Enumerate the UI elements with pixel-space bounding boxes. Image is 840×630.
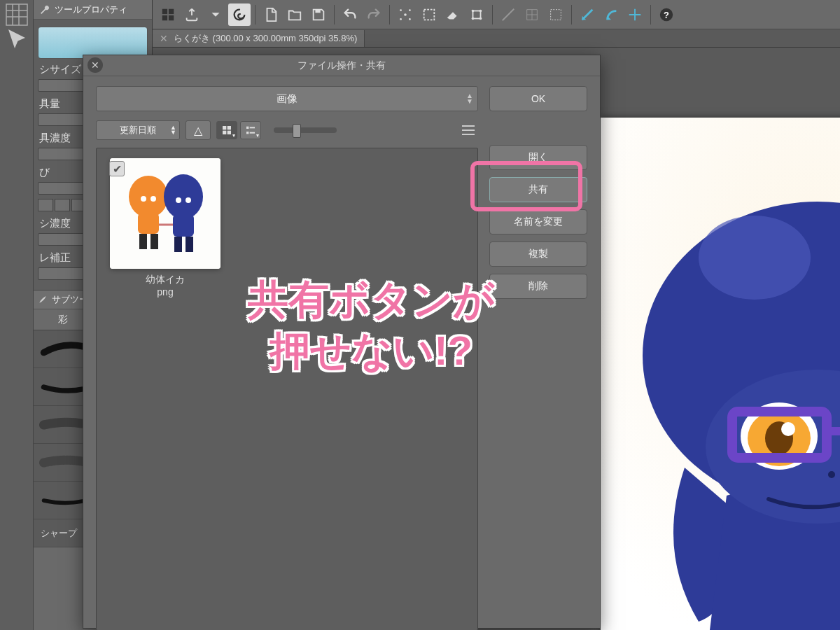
dialog-title: ファイル操作・共有 bbox=[298, 59, 386, 72]
dialog-left-panel: 画像 ▲▼ 更新日順▲▼ △ ▾ ▾ ✔ bbox=[96, 86, 478, 630]
svg-point-16 bbox=[479, 17, 482, 20]
svg-rect-1 bbox=[162, 8, 167, 13]
svg-point-13 bbox=[472, 9, 475, 12]
svg-point-9 bbox=[400, 18, 402, 20]
erase-icon[interactable] bbox=[442, 4, 464, 26]
svg-text:?: ? bbox=[664, 9, 669, 20]
list-view-button[interactable]: ▾ bbox=[240, 121, 261, 139]
svg-point-52 bbox=[186, 197, 191, 203]
file-thumbnail[interactable]: ✔ bbox=[106, 158, 224, 298]
share-button[interactable]: 共有 bbox=[489, 177, 587, 202]
export-icon[interactable] bbox=[181, 4, 203, 26]
svg-point-6 bbox=[404, 13, 407, 16]
svg-point-27 bbox=[781, 422, 795, 436]
svg-rect-30 bbox=[827, 427, 840, 435]
rename-button[interactable]: 名前を変更 bbox=[489, 209, 587, 234]
svg-point-41 bbox=[129, 176, 168, 218]
thumbnail-size-slider[interactable] bbox=[274, 127, 337, 133]
tool3-icon[interactable] bbox=[624, 4, 646, 26]
undo-icon[interactable] bbox=[339, 4, 361, 26]
dialog-titlebar: ✕ ファイル操作・共有 bbox=[83, 55, 600, 76]
svg-rect-42 bbox=[138, 213, 159, 234]
swatch[interactable] bbox=[55, 199, 70, 211]
svg-rect-3 bbox=[162, 15, 167, 20]
sort-direction-button[interactable]: △ bbox=[186, 120, 211, 140]
svg-rect-17 bbox=[551, 9, 561, 20]
snap-grid-icon[interactable] bbox=[521, 4, 543, 26]
top-toolbar: ? bbox=[153, 0, 840, 29]
checkmark-icon[interactable]: ✔ bbox=[109, 161, 125, 176]
svg-rect-38 bbox=[246, 132, 248, 134]
svg-rect-48 bbox=[173, 214, 194, 237]
thumbnail-image bbox=[110, 158, 220, 269]
ok-button[interactable]: OK bbox=[489, 86, 587, 111]
deselect-icon[interactable] bbox=[394, 4, 416, 26]
svg-rect-40 bbox=[110, 158, 220, 269]
svg-rect-39 bbox=[250, 132, 255, 134]
file-share-dialog: ✕ ファイル操作・共有 画像 ▲▼ 更新日順▲▼ △ ▾ ▾ ✔ bbox=[83, 55, 601, 629]
svg-rect-36 bbox=[246, 127, 248, 129]
sort-dropdown[interactable]: 更新日順▲▼ bbox=[96, 120, 180, 140]
select-all-icon[interactable] bbox=[418, 4, 440, 26]
duplicate-button[interactable]: 複製 bbox=[489, 241, 587, 267]
crop-icon[interactable] bbox=[465, 4, 488, 26]
grid-view-icon[interactable] bbox=[157, 4, 179, 26]
svg-point-46 bbox=[150, 196, 156, 202]
snap-special-icon[interactable] bbox=[545, 4, 567, 26]
svg-point-22 bbox=[699, 216, 811, 300]
svg-rect-33 bbox=[227, 126, 231, 130]
file-list-area[interactable]: ✔ bbox=[96, 148, 478, 630]
open-button[interactable]: 開く bbox=[489, 145, 587, 170]
document-tab-title: らくがき (300.00 x 300.00mm 350dpi 35.8%) bbox=[174, 32, 357, 45]
document-tab-bar: ✕ らくがき (300.00 x 300.00mm 350dpi 35.8%) bbox=[153, 29, 840, 48]
svg-rect-49 bbox=[174, 237, 182, 252]
cursor-icon[interactable] bbox=[4, 29, 29, 50]
document-tab[interactable]: ✕ らくがき (300.00 x 300.00mm 350dpi 35.8%) bbox=[153, 30, 365, 47]
svg-rect-2 bbox=[169, 8, 174, 13]
triangle-down-icon[interactable] bbox=[204, 4, 227, 26]
svg-point-45 bbox=[141, 196, 146, 202]
svg-rect-5 bbox=[315, 9, 320, 13]
svg-point-7 bbox=[400, 9, 402, 11]
svg-rect-32 bbox=[223, 126, 226, 130]
wrench-icon bbox=[39, 4, 50, 15]
tool2-icon[interactable] bbox=[600, 4, 622, 26]
tool-property-header: ツールプロパティ bbox=[34, 0, 152, 20]
canvas[interactable] bbox=[601, 118, 840, 630]
new-file-icon[interactable] bbox=[260, 4, 282, 26]
svg-rect-35 bbox=[227, 131, 231, 134]
left-strip bbox=[0, 0, 34, 630]
chevron-updown-icon: ▲▼ bbox=[466, 93, 473, 104]
delete-button[interactable]: 削除 bbox=[489, 274, 587, 299]
brush-icon bbox=[38, 295, 48, 304]
swatch[interactable] bbox=[38, 199, 53, 211]
dialog-toolbar: 更新日順▲▼ △ ▾ ▾ bbox=[96, 118, 478, 142]
svg-rect-43 bbox=[139, 234, 147, 249]
svg-rect-37 bbox=[250, 127, 255, 128]
svg-point-51 bbox=[176, 197, 181, 203]
svg-point-15 bbox=[472, 17, 475, 20]
swirl-icon[interactable] bbox=[228, 4, 251, 26]
category-dropdown[interactable]: 画像 ▲▼ bbox=[96, 86, 478, 111]
svg-point-10 bbox=[409, 18, 411, 20]
help-icon[interactable]: ? bbox=[655, 4, 678, 26]
svg-rect-0 bbox=[6, 4, 27, 25]
open-folder-icon[interactable] bbox=[284, 4, 306, 26]
grid-view-button[interactable]: ▾ bbox=[216, 121, 237, 139]
svg-rect-11 bbox=[424, 9, 435, 20]
svg-rect-44 bbox=[150, 234, 158, 249]
dialog-menu-icon[interactable] bbox=[458, 121, 478, 139]
svg-rect-50 bbox=[186, 237, 193, 252]
texture-icon[interactable] bbox=[4, 4, 29, 25]
redo-icon[interactable] bbox=[363, 4, 385, 26]
tool-property-title: ツールプロパティ bbox=[55, 4, 127, 16]
svg-point-47 bbox=[164, 174, 203, 219]
svg-rect-12 bbox=[473, 10, 481, 18]
dialog-close-icon[interactable]: ✕ bbox=[88, 57, 103, 73]
snap-ruler-icon[interactable] bbox=[497, 4, 519, 26]
svg-point-8 bbox=[409, 9, 411, 11]
save-icon[interactable] bbox=[307, 4, 330, 26]
close-tab-icon[interactable]: ✕ bbox=[160, 33, 168, 44]
tool1-icon[interactable] bbox=[576, 4, 598, 26]
dialog-button-column: OK 開く 共有 名前を変更 複製 削除 bbox=[489, 86, 587, 630]
